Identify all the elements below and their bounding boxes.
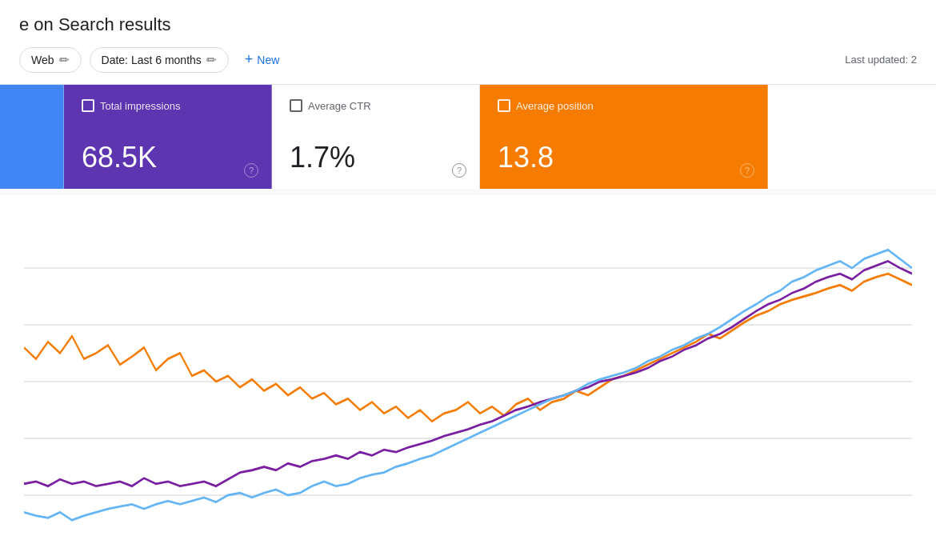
ctr-value: 1.7% [290,141,462,174]
plus-icon: + [245,51,254,68]
metric-tile-impressions[interactable]: Total impressions 68.5K ? [64,85,272,189]
page-container: e on Search results Web ✏ Date: Last 6 m… [0,0,936,560]
impressions-label-row: Total impressions [82,99,254,112]
x-axis-labels: 3/9/24 3/27/24 4/14/24 5/2/24 5/20/24 6/… [24,555,912,560]
impressions-label: Total impressions [100,100,180,112]
ctr-help-icon[interactable]: ? [452,163,466,178]
purple-line [24,261,912,486]
ctr-icon [290,99,302,112]
chart-area: 3/9/24 3/27/24 4/14/24 5/2/24 5/20/24 6/… [0,195,936,560]
position-value: 13.8 [498,141,750,174]
filter-date-button[interactable]: Date: Last 6 months ✏ [90,47,229,73]
last-updated-text: Last updated: 2 [845,54,917,66]
toolbar-left: Web ✏ Date: Last 6 months ✏ + New [19,46,287,73]
filter-web-button[interactable]: Web ✏ [19,47,82,73]
impressions-value: 68.5K [82,141,254,174]
impressions-icon [82,99,94,112]
page-title: e on Search results [19,14,917,35]
filter-web-label: Web [31,54,54,66]
position-help-icon[interactable]: ? [740,163,754,178]
line-chart [24,211,912,552]
toolbar: Web ✏ Date: Last 6 months ✏ + New Last u… [19,46,917,84]
new-button[interactable]: + New [237,46,288,73]
blue-line [24,250,912,520]
position-label: Average position [516,100,594,112]
metrics-row: Total impressions 68.5K ? Average CTR 1.… [0,85,936,189]
new-label: New [257,54,279,66]
ctr-label: Average CTR [308,100,371,112]
orange-line [24,274,912,422]
edit-web-icon: ✏ [59,53,70,67]
ctr-label-row: Average CTR [290,99,462,112]
position-icon [498,99,510,112]
header-area: e on Search results Web ✏ Date: Last 6 m… [0,0,936,85]
metric-tile-clicks[interactable] [0,85,64,189]
metric-tile-ctr[interactable]: Average CTR 1.7% ? [272,85,480,189]
metric-tile-position[interactable]: Average position 13.8 ? [480,85,768,189]
impressions-help-icon[interactable]: ? [244,163,258,178]
edit-date-icon: ✏ [206,53,217,67]
position-label-row: Average position [498,99,750,112]
filter-date-label: Date: Last 6 months [102,54,202,66]
